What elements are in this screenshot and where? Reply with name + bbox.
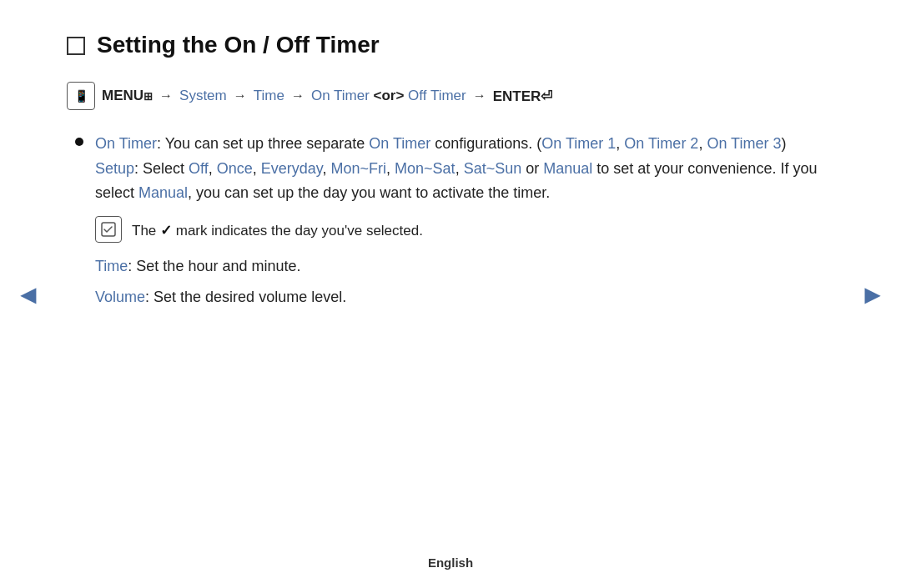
time-item: Time: Set the hour and minute.	[95, 254, 834, 279]
note-rest: mark indicates the day you've selected.	[172, 223, 423, 239]
setup-text3: , you can set up the day you want to act…	[188, 184, 550, 201]
on-timer-text2: configurations. (	[430, 135, 541, 152]
setup-text: : Select	[134, 160, 189, 177]
note-icon	[95, 216, 122, 243]
on-timer-term: On Timer	[95, 135, 157, 152]
on-timer-link: On Timer	[369, 135, 430, 152]
manual-option: Manual	[543, 160, 592, 177]
comma1: ,	[616, 135, 624, 152]
bullet-dot	[75, 138, 83, 146]
close-paren: )	[781, 135, 786, 152]
mon-sat-option: Mon~Sat	[395, 160, 456, 177]
time-text: : Set the hour and minute.	[128, 258, 300, 274]
sat-sun-option: Sat~Sun	[464, 160, 522, 177]
menu-label: MENU⊞	[102, 88, 153, 104]
page-title-row: Setting the On / Off Timer	[67, 32, 834, 58]
arrow-2: →	[234, 88, 247, 103]
off-option: Off	[189, 160, 209, 177]
note-the: The	[132, 223, 160, 239]
note-row: The ✓ mark indicates the day you've sele…	[95, 216, 834, 243]
timer3: On Timer 3	[707, 135, 781, 152]
arrow-4: →	[473, 88, 486, 103]
checkbox-icon	[67, 37, 85, 55]
mon-fri-option: Mon~Fri	[331, 160, 387, 177]
checkmark: ✓	[160, 223, 172, 239]
timer2: On Timer 2	[624, 135, 698, 152]
timer1: On Timer 1	[541, 135, 616, 152]
comma2: ,	[698, 135, 707, 152]
menu-touch-icon: 📱	[67, 82, 95, 110]
menu-path: 📱 MENU⊞ → System → Time → On Timer <or> …	[67, 82, 834, 110]
volume-item: Volume: Set the desired volume level.	[95, 285, 834, 309]
or-text: or	[521, 160, 543, 177]
menu-enter: ENTER⏎	[493, 88, 553, 105]
setup-label: Setup	[95, 160, 134, 177]
menu-on-off-timer: On Timer <or> Off Timer	[311, 88, 466, 104]
footer-language: English	[428, 555, 473, 570]
on-timer-bullet: On Timer: You can set up three separate …	[75, 132, 834, 206]
time-term: Time	[95, 258, 128, 274]
arrow-3: →	[291, 88, 305, 103]
menu-time: Time	[254, 88, 284, 104]
everyday-option: Everyday	[261, 160, 323, 177]
page-title: Setting the On / Off Timer	[97, 32, 380, 58]
on-timer-text1: : You can set up three separate	[157, 135, 369, 152]
volume-term: Volume	[95, 289, 145, 305]
manual2-option: Manual	[138, 184, 188, 201]
note-text: The ✓ mark indicates the day you've sele…	[132, 216, 423, 242]
once-option: Once	[217, 160, 253, 177]
on-timer-text: On Timer: You can set up three separate …	[95, 132, 834, 206]
volume-text: : Set the desired volume level.	[145, 289, 346, 305]
menu-system: System	[179, 88, 227, 104]
content-area: On Timer: You can set up three separate …	[67, 132, 834, 309]
arrow-1: →	[159, 88, 173, 103]
